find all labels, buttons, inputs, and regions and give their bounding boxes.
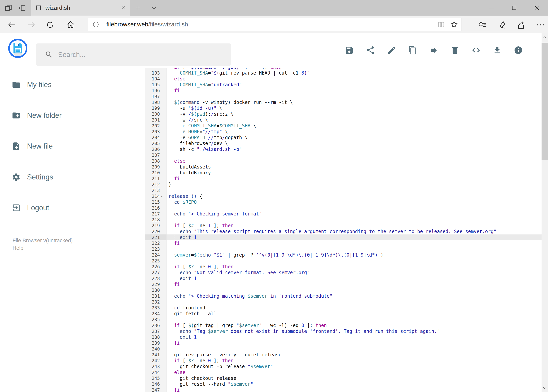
code-line[interactable]: fi <box>166 340 541 346</box>
code-line[interactable]: -e COMMIT_SHA=$COMMIT_SHA \ <box>166 123 541 129</box>
code-line[interactable]: fi <box>166 88 541 94</box>
code-line[interactable]: else <box>166 158 541 164</box>
code-line[interactable]: fi <box>166 240 541 246</box>
scroll-down-icon[interactable] <box>542 385 548 391</box>
scrollbar-thumb[interactable] <box>541 43 548 160</box>
more-options-icon[interactable] <box>536 22 545 27</box>
code-line[interactable]: -u "$(id -u)" \ <box>166 105 541 111</box>
info-button[interactable] <box>514 46 523 55</box>
sidebar-item-settings[interactable]: Settings <box>0 169 145 185</box>
web-note-pen-icon[interactable] <box>497 21 506 29</box>
refresh-icon[interactable] <box>46 21 54 29</box>
code-line[interactable]: exit 1 <box>166 334 541 340</box>
sidebar-item-my-files[interactable]: My files <box>0 77 145 93</box>
code-line[interactable]: git fetch --all <box>166 311 541 317</box>
code-line[interactable]: -e HOME="//tmp" \ <box>166 129 541 135</box>
code-line[interactable]: cd frontend <box>166 305 541 311</box>
rename-button[interactable] <box>387 46 396 55</box>
close-button[interactable] <box>534 5 540 11</box>
page-scrollbar[interactable] <box>541 33 548 392</box>
copy-button[interactable] <box>408 46 417 55</box>
share-button[interactable] <box>366 46 375 55</box>
minimize-button[interactable] <box>488 5 495 11</box>
tab-list-chevron-icon[interactable] <box>151 6 157 10</box>
new-tab-button[interactable] <box>135 5 141 11</box>
code-line[interactable]: COMMIT_SHA="untracked" <box>166 82 541 88</box>
code-line[interactable]: COMMIT_SHA="$(git rev-parse HEAD | cut -… <box>166 70 541 76</box>
code-line[interactable]: echo "Not valid semver format. See semve… <box>166 270 541 276</box>
code-line[interactable]: else <box>166 370 541 375</box>
browser-tab[interactable]: wizard.sh <box>31 0 130 16</box>
sidebar-item-logout[interactable]: Logout <box>0 200 145 216</box>
code-line[interactable] <box>166 299 541 305</box>
code-line[interactable]: if [ $(git tag | grep "$semver" | wc -l)… <box>166 322 541 328</box>
code-line[interactable]: if [ $# -ne 1 ]; then <box>166 223 541 229</box>
code-line[interactable] <box>166 287 541 293</box>
code-line[interactable] <box>166 217 541 223</box>
code-line[interactable] <box>166 317 541 322</box>
favorite-star-icon[interactable] <box>450 21 458 28</box>
filebrowser-logo-icon[interactable] <box>8 39 28 58</box>
sidebar-item-new-file[interactable]: New file <box>0 138 145 154</box>
code-editor[interactable]: if [ "$(command -v git)" != "" ]; then19… <box>145 68 541 392</box>
sidebar-item-new-folder[interactable]: New folder <box>0 108 145 123</box>
code-line[interactable] <box>166 152 541 158</box>
download-button[interactable] <box>493 46 502 55</box>
back-icon[interactable] <box>7 20 16 29</box>
delete-button[interactable] <box>450 46 460 55</box>
code-line[interactable]: git reset --hard "$semver" <box>166 381 541 387</box>
help-link[interactable]: Help <box>13 245 23 251</box>
code-line[interactable]: sh -c "./wizard.sh -b" <box>166 146 541 152</box>
favorites-hub-icon[interactable] <box>478 21 487 29</box>
fold-marker-icon[interactable]: ▾ <box>161 194 163 199</box>
tabs-aside-icon[interactable] <box>18 4 26 12</box>
reading-view-icon[interactable] <box>437 21 445 28</box>
code-line[interactable]: buildBinary <box>166 170 541 176</box>
code-line[interactable]: -v /$(pwd):/src:z \ <box>166 111 541 117</box>
site-info-icon[interactable] <box>92 21 99 28</box>
source-code-button[interactable] <box>472 46 481 55</box>
code-line[interactable]: if [ "$(command -v git)" != "" ]; then <box>166 68 541 70</box>
code-line[interactable]: exit 1 <box>166 276 541 281</box>
code-line[interactable]: if [ $? -ne 0 ]; then <box>166 358 541 364</box>
code-line[interactable]: echo "> Checking semver format" <box>166 211 541 217</box>
code-line[interactable]: -e GOPATH=//tmp/gopath \ <box>166 135 541 140</box>
forward-icon[interactable] <box>27 20 36 29</box>
code-line[interactable] <box>166 188 541 193</box>
save-button[interactable] <box>345 46 354 55</box>
address-bar[interactable]: filebrowser.web/files/wizard.sh <box>88 18 462 31</box>
code-line[interactable]: cd $REPO <box>166 199 541 205</box>
code-line[interactable]: fi <box>166 176 541 182</box>
code-line[interactable]: semver=$(echo "$1" | grep -P '^v(0|[1-9]… <box>166 252 541 258</box>
code-line[interactable]: git checkout -b release "$semver" <box>166 364 541 370</box>
code-line[interactable]: echo "> Checking matching $semver in fro… <box>166 293 541 299</box>
code-line[interactable]: filebrowser/dev \ <box>166 140 541 146</box>
code-line[interactable]: fi <box>166 281 541 287</box>
code-line[interactable] <box>166 246 541 252</box>
code-line[interactable]: buildAssets <box>166 164 541 170</box>
share-page-icon[interactable] <box>516 21 526 29</box>
code-line[interactable]: echo "Tag $semver does not exist in subm… <box>166 328 541 334</box>
maximize-button[interactable] <box>511 5 517 11</box>
code-line[interactable]: echo "This release script requires a sin… <box>166 229 541 234</box>
code-line[interactable]: else <box>166 76 541 82</box>
code-line[interactable]: exit 1 <box>166 234 541 240</box>
code-line[interactable]: -w //src \ <box>166 117 541 123</box>
code-line[interactable]: git rev-parse --verify --quiet release <box>166 352 541 358</box>
code-line[interactable]: if [ $? -ne 0 ]; then <box>166 264 541 270</box>
code-line[interactable]: fi <box>166 387 541 392</box>
search-input[interactable]: Search... <box>36 43 231 66</box>
code-line[interactable]: git checkout release <box>166 375 541 381</box>
home-icon[interactable] <box>66 20 75 29</box>
code-line[interactable] <box>166 258 541 264</box>
tab-preview-icon[interactable] <box>4 4 13 12</box>
code-line[interactable] <box>166 94 541 99</box>
code-line[interactable] <box>166 346 541 352</box>
code-line[interactable]: $(command -v winpty) docker run --rm -it… <box>166 99 541 105</box>
code-line[interactable]: } <box>166 182 541 188</box>
code-line[interactable] <box>166 205 541 211</box>
code-line[interactable]: release () { <box>166 193 541 199</box>
move-button[interactable] <box>429 46 438 55</box>
tab-close-icon[interactable] <box>121 6 126 10</box>
scroll-up-icon[interactable] <box>542 35 548 40</box>
